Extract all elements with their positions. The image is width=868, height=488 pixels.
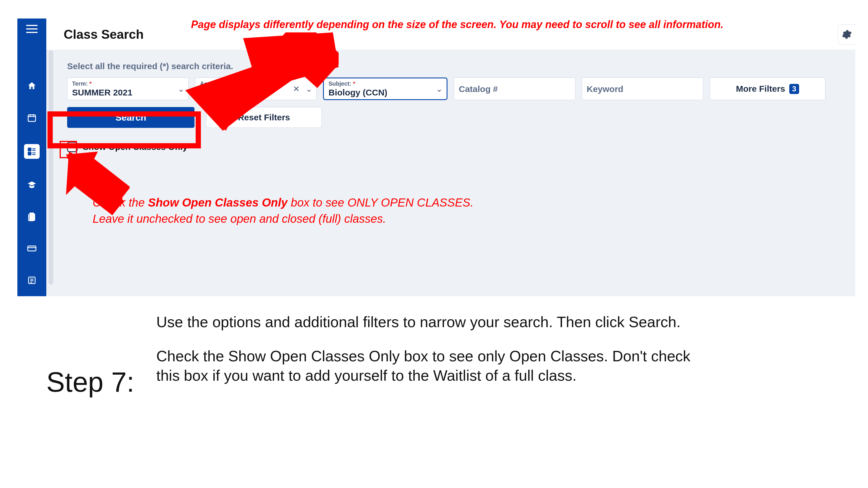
svg-rect-1 [28,148,31,151]
clear-icon[interactable]: ✕ [293,84,300,94]
page-title: Class Search [64,27,144,42]
subject-select[interactable]: Subject: * Biology (CCN) ⌄ [323,77,447,100]
svg-rect-2 [28,152,31,155]
checkbox-annotation: Check the Show Open Classes Only box to … [93,194,473,227]
catalog-input[interactable]: Catalog # [454,77,576,100]
card-icon[interactable] [26,243,38,254]
svg-rect-3 [28,246,36,251]
responsive-note: Page displays differently depending on t… [191,19,723,31]
home-icon[interactable] [26,80,38,91]
filter-row: Term: * SUMMER 2021 ⌄ Acad aduate ✕ ⌄ Su… [67,77,855,100]
career-select[interactable]: Acad aduate ✕ ⌄ [195,77,317,100]
keyword-input[interactable]: Keyword [582,77,703,100]
step-body: Use the options and additional filters t… [156,313,692,400]
education-icon[interactable] [26,180,38,191]
show-open-label: Show Open Classes Only [83,142,188,152]
term-select[interactable]: Term: * SUMMER 2021 ⌄ [67,77,189,100]
sidebar [18,19,46,296]
form-instruction: Select all the required (*) search crite… [67,61,855,71]
settings-button[interactable] [838,24,855,44]
button-row: Search Reset Filters [67,107,855,128]
chevron-down-icon: ⌄ [436,84,442,94]
more-filters-button[interactable]: More Filters 3 [710,77,826,100]
document-icon[interactable] [26,212,38,223]
calendar-icon[interactable] [26,112,38,123]
chevron-down-icon: ⌄ [178,84,184,94]
search-button[interactable]: Search [67,107,194,128]
scrollbar[interactable] [49,50,53,285]
reset-filters-button[interactable]: Reset Filters [206,107,322,128]
search-form: Select all the required (*) search crite… [58,50,855,296]
step-section: Step 7: Use the options and additional f… [18,313,799,400]
list-icon[interactable] [26,275,38,286]
class-search-icon[interactable] [24,144,40,159]
app-screenshot: Page displays differently depending on t… [18,19,855,296]
svg-rect-0 [28,115,36,122]
filter-count-badge: 3 [789,84,799,94]
show-open-checkbox[interactable] [67,142,78,152]
menu-icon[interactable] [26,23,38,35]
chevron-down-icon: ⌄ [306,84,312,94]
step-label: Step 7: [18,314,156,398]
show-open-row: Show Open Classes Only [67,142,855,152]
